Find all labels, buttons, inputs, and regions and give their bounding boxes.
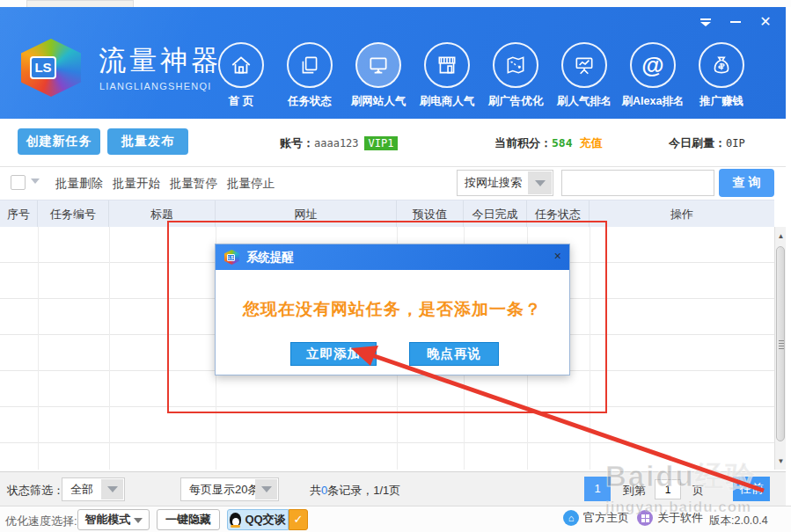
column-header[interactable]: 任务状态 <box>527 200 590 228</box>
app-window: ✕ LS 流量神器 LIANGLIANGSHENQI 首 页 任务状态 <box>0 0 791 532</box>
vip-badge: VIP1 <box>364 136 399 150</box>
page-unit-label: 页 <box>692 483 704 499</box>
brand-subtitle: LIANGLIANGSHENQI <box>99 81 211 91</box>
current-page-button[interactable]: 1 <box>584 477 611 501</box>
footer-bar: 优化速度选择: 智能模式 一键隐藏 QQ交谈 ✓ ⌂官方主页 关于软件 版本:2… <box>0 506 791 532</box>
dialog-logo-icon: LS <box>224 250 239 265</box>
records-summary: 共0条记录，1/1页 <box>310 483 400 499</box>
scroll-down-icon[interactable]: ▼ <box>775 454 787 468</box>
vertical-scrollbar[interactable]: ▲ ▼ <box>774 227 786 470</box>
logo-monogram: LS <box>30 56 56 79</box>
qq-chat-button[interactable]: QQ交谈 <box>227 509 289 530</box>
background-tab <box>26 0 134 7</box>
add-now-button[interactable]: 立即添加 <box>290 342 377 366</box>
column-header[interactable]: 今日完成 <box>464 200 527 228</box>
page-size-dropdown-icon[interactable] <box>255 479 277 499</box>
search-type-select[interactable]: 按网址搜索 <box>457 170 553 196</box>
version-text: 版本:2.0.0.4 <box>709 514 768 528</box>
today-label: 今日刷量： <box>669 136 726 149</box>
dialog-titlebar[interactable]: LS 系统提醒 × <box>216 244 569 270</box>
close-icon[interactable]: ✕ <box>758 14 773 30</box>
app-header: ✕ LS 流量神器 LIANGLIANGSHENQI 首 页 任务状态 <box>0 7 786 119</box>
dialog-message: 您现在没有网站任务，是否添加一条？ <box>216 298 569 321</box>
goto-page-input[interactable] <box>655 479 681 499</box>
account-bar: 创建新任务 批量发布 账号：aaaa123VIP1 当前积分：584充值 今日刷… <box>0 119 786 167</box>
status-filter-select[interactable]: 全部 <box>62 477 125 501</box>
today-value: 0IP <box>726 137 745 149</box>
official-home-label: 官方主页 <box>583 510 629 526</box>
column-header[interactable]: 任务编号 <box>38 200 109 228</box>
batch-toolbar: 批量删除 批量开始 批量暂停 批量停止 按网址搜索 查 询 <box>0 167 786 200</box>
scrollbar-thumb[interactable] <box>776 246 785 441</box>
brand-title: 流量神器 <box>99 42 222 79</box>
search-input[interactable] <box>561 170 714 196</box>
column-divider <box>590 227 590 470</box>
presentation-chart-icon <box>573 54 596 77</box>
points-info: 当前积分：584充值 <box>494 135 602 151</box>
qq-penguin-icon <box>230 513 241 527</box>
recharge-link[interactable]: 充值 <box>579 136 602 149</box>
select-all-checkbox[interactable] <box>11 175 26 190</box>
query-button[interactable]: 查 询 <box>719 169 774 197</box>
column-divider <box>38 227 39 470</box>
batch-delete-link[interactable]: 批量删除 <box>55 176 103 192</box>
goto-page-button[interactable]: 往前 <box>733 477 770 501</box>
column-divider <box>109 227 110 470</box>
later-button[interactable]: 晚点再说 <box>409 342 499 366</box>
nav-item-ecommerce-traffic[interactable]: 刷电商人气 <box>413 42 481 109</box>
home-icon <box>230 54 253 77</box>
speed-mode-select[interactable]: 智能模式 <box>77 509 150 530</box>
nav-item-popularity-rank[interactable]: 刷人气排名 <box>550 42 619 109</box>
at-icon: @ <box>641 52 663 79</box>
dialog-close-icon[interactable]: × <box>554 250 561 262</box>
store-icon <box>436 54 458 77</box>
account-label: 账号： <box>280 136 314 149</box>
account-info: 账号：aaaa123VIP1 <box>280 135 398 151</box>
qq-verified-shield-icon: ✓ <box>289 509 308 530</box>
batch-stop-link[interactable]: 批量停止 <box>227 176 275 192</box>
column-header[interactable]: 标题 <box>109 200 216 228</box>
window-menu-icon[interactable] <box>698 14 714 30</box>
status-filter-value: 全部 <box>70 483 93 496</box>
nav-item-task-status[interactable]: 任务状态 <box>275 42 344 109</box>
main-nav: 首 页 任务状态 刷网站人气 刷电商人气 <box>207 42 756 109</box>
official-home-link[interactable]: ⌂官方主页 <box>563 510 629 526</box>
status-filter-dropdown-icon[interactable] <box>101 479 123 499</box>
about-software-link[interactable]: 关于软件 <box>637 510 703 526</box>
page-size-value: 每页显示20条 <box>189 483 259 496</box>
minimize-icon[interactable] <box>728 14 743 30</box>
goto-label: 到第 <box>623 483 646 499</box>
column-header[interactable]: 操作 <box>590 200 774 228</box>
nav-item-website-traffic[interactable]: 刷网站人气 <box>344 42 413 109</box>
page-size-select[interactable]: 每页显示20条 <box>180 477 279 501</box>
about-software-label: 关于软件 <box>657 510 703 526</box>
speed-select-label: 优化速度选择: <box>5 514 77 529</box>
batch-pause-link[interactable]: 批量暂停 <box>170 176 217 192</box>
speed-dropdown-icon <box>134 518 143 523</box>
select-dropdown-icon[interactable] <box>31 179 40 184</box>
app-logo: LS <box>21 39 81 97</box>
column-header[interactable]: 预设值 <box>397 200 464 228</box>
batch-start-link[interactable]: 批量开始 <box>113 176 160 192</box>
nav-item-home[interactable]: 首 页 <box>207 42 275 109</box>
nav-item-alexa-rank[interactable]: @ 刷Alexa排名 <box>619 42 687 109</box>
search-type-dropdown-icon[interactable] <box>528 171 552 194</box>
system-dialog: LS 系统提醒 × 您现在没有网站任务，是否添加一条？ 立即添加 晚点再说 <box>215 244 570 375</box>
window-controls: ✕ <box>698 14 773 30</box>
batch-publish-button[interactable]: 批量发布 <box>107 128 188 155</box>
column-header[interactable]: 序号 <box>0 200 38 228</box>
home-circle-icon: ⌂ <box>563 510 579 526</box>
points-value: 584 <box>552 136 572 149</box>
one-key-hide-button[interactable]: 一键隐藏 <box>157 509 220 530</box>
windows-circle-icon <box>637 510 653 526</box>
search-type-value: 按网址搜索 <box>465 176 522 189</box>
create-task-button[interactable]: 创建新任务 <box>18 128 100 155</box>
nav-item-ad-optimize[interactable]: 刷广告优化 <box>481 42 550 109</box>
monitor-icon <box>367 54 390 77</box>
pagination-bar: 状态筛选： 全部 每页显示20条 共0条记录，1/1页 1 到第 页 往前 <box>0 471 786 506</box>
scroll-up-icon[interactable]: ▲ <box>775 229 787 243</box>
dialog-title: 系统提醒 <box>246 250 294 266</box>
nav-item-promote-earn[interactable]: 推广赚钱 <box>687 42 756 109</box>
column-header[interactable]: 网址 <box>216 200 397 228</box>
task-status-icon <box>298 54 321 77</box>
